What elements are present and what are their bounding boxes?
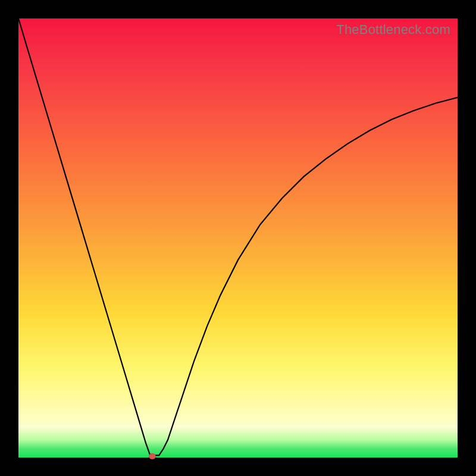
plot-area: TheBottleneck.com [18,18,458,458]
chart-frame: TheBottleneck.com [0,0,476,476]
minimum-marker [149,453,156,459]
bottleneck-curve-path [18,18,458,455]
curve-svg [18,18,458,458]
